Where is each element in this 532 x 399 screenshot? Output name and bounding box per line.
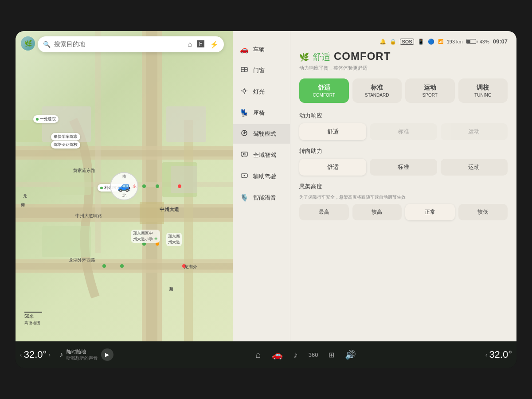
road-label: 黄家庙东路 — [73, 168, 95, 174]
svg-rect-10 — [95, 31, 101, 253]
sidebar-item-lights[interactable]: 灯光 — [233, 82, 290, 102]
sidebar-item-adas[interactable]: 全域智驾 — [233, 145, 290, 165]
poi-marker: 郑东新州大道 — [166, 233, 182, 246]
nav-360-icon[interactable]: 360 — [309, 352, 318, 358]
suspension-low-btn[interactable]: 较低 — [458, 204, 508, 220]
windows-icon — [240, 66, 249, 75]
mode-btn-standard[interactable]: 标准 STANDARD — [352, 78, 402, 103]
sidebar-item-windows[interactable]: 门窗 — [233, 61, 290, 80]
music-artist: 听我想听的声音 — [66, 355, 98, 361]
lights-icon — [240, 87, 249, 96]
right-temp-chevron-left[interactable]: ‹ — [485, 351, 488, 358]
svg-point-21 — [178, 184, 181, 188]
mode-comfort-en: COMFORT — [313, 93, 335, 98]
sidebar-label-seats: 座椅 — [253, 109, 265, 117]
mode-btn-comfort[interactable]: 舒适 COMFORT — [299, 78, 349, 103]
svg-rect-15 — [42, 226, 91, 257]
seats-icon: 💺 — [240, 109, 249, 117]
right-panel: 🚗 车辆 门窗 — [233, 31, 516, 341]
power-comfort-btn[interactable]: 舒适 — [299, 123, 366, 140]
power-response-section: 动力响应 舒适 标准 运动 — [299, 112, 508, 140]
steering-options: 舒适 标准 运动 — [299, 159, 508, 176]
compass-south: 南 — [122, 174, 126, 180]
home-icon[interactable]: ⌂ — [188, 40, 192, 49]
status-bar: 🔔 🔒 SOS 📱 🔵 📶 193 km 43% 09:07 — [299, 38, 508, 45]
sidebar-label-lights: 灯光 — [253, 88, 265, 96]
map-panel[interactable]: 🌿 🔍 搜索目的地 ⌂ 🅱 ⚡ 一处遗院 豫快学车驾康 — [16, 31, 233, 341]
bell-icon: 🔔 — [379, 39, 386, 45]
road-label: 中州大道辅路 — [75, 213, 102, 219]
steering-title: 转向助力 — [299, 147, 508, 155]
mode-title-row: 🌿 舒适 COMFORT — [299, 50, 508, 63]
steering-comfort-btn[interactable]: 舒适 — [299, 159, 366, 176]
poi-marker: 豫快学车驾康 — [51, 133, 80, 141]
svg-rect-7 — [16, 263, 233, 270]
bottom-right: ‹ 32.0° — [459, 349, 512, 360]
road-label: 龙湖外 — [184, 264, 197, 270]
mode-btn-sport[interactable]: 运动 SPORT — [405, 78, 455, 103]
poi-marker: 一处遗院 — [33, 115, 59, 123]
music-title: 随时随地 — [66, 348, 98, 355]
main-content: 🌿 🔍 搜索目的地 ⌂ 🅱 ⚡ 一处遗院 豫快学车驾康 — [16, 31, 516, 341]
suspension-highest-btn[interactable]: 最高 — [299, 204, 349, 220]
compass-east: 东 — [133, 184, 137, 189]
music-icon: ♪ — [59, 351, 63, 359]
temp-up-chevron[interactable]: › — [48, 351, 51, 358]
nav-home-icon[interactable]: ⌂ — [256, 350, 261, 360]
svg-point-36 — [243, 132, 245, 134]
mode-tuning-en: TUNING — [474, 93, 491, 98]
battery-label: 43% — [480, 39, 489, 44]
temp-down-chevron[interactable]: ‹ — [20, 351, 22, 358]
svg-rect-18 — [171, 166, 197, 193]
nav-apps-icon[interactable]: ⊞ — [329, 351, 334, 359]
mode-comfort-cn: 舒适 — [318, 84, 330, 92]
map-type: 高德地图 — [24, 320, 42, 326]
left-temp-display: ‹ 32.0° › — [20, 349, 51, 360]
car-indicator: 🚙 南 北 东 — [110, 172, 138, 200]
time-label: 09:07 — [493, 38, 508, 45]
bluetooth-icon: 🔵 — [428, 39, 434, 45]
screen-wrapper: 🌿 🔍 搜索目的地 ⌂ 🅱 ⚡ 一处遗院 豫快学车驾康 — [16, 31, 516, 368]
sidebar-label-windows: 门窗 — [253, 66, 265, 74]
sidebar-item-seats[interactable]: 💺 座椅 — [233, 103, 290, 122]
map-action-icons: ⌂ 🅱 ⚡ — [188, 40, 219, 49]
sidebar-label-adas: 全域智驾 — [253, 151, 276, 159]
svg-rect-5 — [16, 207, 233, 218]
bottom-center-nav: ⌂ 🚗 ♪ 360 ⊞ 🔊 — [153, 349, 459, 360]
bookmark-icon[interactable]: 🅱 — [197, 40, 204, 49]
sos-label[interactable]: SOS — [400, 39, 414, 45]
mode-subtitle: 动力响应平衡，整体体验更舒适 — [299, 65, 508, 71]
poi-marker: 驾培圣达驾校 — [51, 141, 80, 149]
suspension-high-btn[interactable]: 较高 — [352, 204, 402, 220]
suspension-options: 最高 较高 正常 较低 — [299, 204, 508, 220]
mode-header: 🌿 舒适 COMFORT 动力响应平衡，整体体验更舒适 — [299, 50, 508, 71]
sidebar-item-adas2[interactable]: 辅助驾驶 — [233, 167, 290, 186]
nav-music-icon[interactable]: ♪ — [293, 350, 298, 360]
nav-car-icon[interactable]: 🚗 — [272, 349, 283, 360]
play-icon: ▶ — [105, 352, 109, 358]
nav-volume-icon[interactable]: 🔊 — [345, 349, 356, 360]
music-info: ♪ 随时随地 听我想听的声音 ▶ — [59, 348, 153, 361]
adas2-icon — [240, 172, 249, 181]
mode-emoji: 🌿 — [299, 52, 309, 62]
phone-icon: 📱 — [418, 39, 424, 45]
road-label: 龙湖外环西路 — [69, 257, 95, 263]
mode-standard-en: STANDARD — [365, 93, 389, 98]
sidebar-nav: 🚗 车辆 门窗 — [233, 31, 290, 341]
mode-btn-tuning[interactable]: 调校 TUNING — [458, 78, 508, 103]
bottom-left: ‹ 32.0° › ♪ 随时随地 听我想听的声音 ▶ — [20, 348, 153, 361]
power-response-options: 舒适 标准 运动 — [299, 123, 508, 140]
steering-standard-btn[interactable]: 标准 — [370, 159, 437, 176]
sidebar-item-drive-mode[interactable]: 驾驶模式 — [233, 124, 290, 144]
compass-north: 北 — [122, 193, 126, 199]
sidebar-item-voice[interactable]: 🎙️ 智能语音 — [233, 188, 290, 207]
avatar[interactable]: 🌿 — [21, 36, 35, 51]
suspension-normal-btn[interactable]: 正常 — [405, 204, 455, 220]
steering-sport-btn[interactable]: 运动 — [441, 159, 508, 176]
search-bar[interactable]: 🔍 搜索目的地 ⌂ 🅱 ⚡ — [38, 36, 224, 52]
play-button[interactable]: ▶ — [101, 348, 113, 361]
power-response-title: 动力响应 — [299, 112, 508, 120]
charge-icon[interactable]: ⚡ — [210, 40, 219, 49]
voice-icon: 🎙️ — [240, 193, 249, 202]
sidebar-item-vehicle[interactable]: 🚗 车辆 — [233, 40, 290, 59]
